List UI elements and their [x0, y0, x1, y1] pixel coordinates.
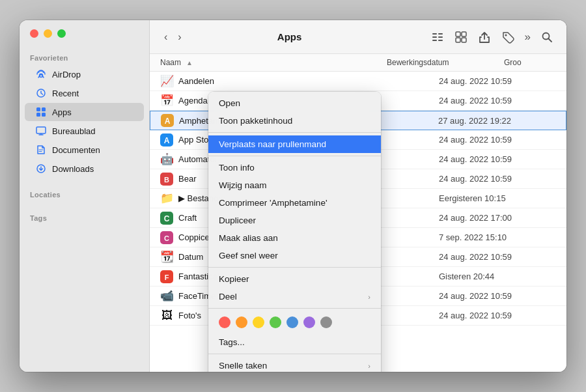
locaties-label: Locaties	[20, 186, 149, 201]
cm-kopieer[interactable]: Kopieer	[208, 270, 381, 288]
svg-rect-5	[42, 113, 46, 117]
cm-snel-weer[interactable]: Geef snel weer	[208, 247, 381, 264]
svg-rect-2	[36, 107, 40, 111]
tags-section: Tags	[20, 209, 149, 225]
minimize-button[interactable]	[44, 29, 52, 38]
craft-icon: C	[160, 212, 173, 225]
svg-rect-17	[462, 38, 466, 42]
cm-snelle-taken[interactable]: Snelle taken ›	[208, 357, 381, 372]
cm-verplaats-prullenmand[interactable]: Verplaats naar prullenmand	[208, 135, 381, 153]
svg-rect-8	[432, 33, 437, 35]
airdrop-icon	[35, 68, 47, 80]
sidebar-item-downloads[interactable]: Downloads	[25, 160, 144, 178]
cm-wijzig-naam[interactable]: Wijzig naam	[208, 176, 381, 194]
svg-text:A: A	[165, 117, 171, 126]
sidebar-item-bureaublad[interactable]: Bureaublad	[25, 122, 144, 140]
aandelen-icon: 📈	[160, 75, 173, 88]
cm-separator-3	[208, 267, 381, 268]
cm-toon-info[interactable]: Toon info	[208, 159, 381, 176]
svg-rect-14	[456, 32, 460, 36]
svg-point-18	[505, 34, 507, 36]
context-menu: Open Toon pakketinhoud Verplaats naar pr…	[208, 92, 381, 372]
svg-rect-13	[438, 40, 443, 41]
tag-red[interactable]	[219, 316, 230, 328]
svg-text:B: B	[164, 176, 169, 184]
toolbar-actions: »	[428, 28, 556, 46]
sidebar-item-airdrop-label: AirDrop	[52, 70, 81, 79]
fotos-icon: 🖼	[160, 309, 173, 322]
appstore-icon: A	[160, 133, 173, 147]
svg-rect-10	[432, 40, 437, 41]
tag-purple[interactable]	[303, 316, 315, 328]
sidebar-item-apps[interactable]: Apps	[25, 103, 144, 121]
tags-label: Tags	[20, 209, 149, 225]
favorites-label: Favorieten	[20, 49, 149, 64]
datum-icon: 📆	[160, 251, 173, 264]
svg-rect-16	[456, 38, 460, 42]
documenten-icon	[35, 144, 47, 156]
snelle-taken-arrow: ›	[368, 362, 370, 370]
share-button[interactable]	[475, 28, 494, 46]
file-name-aandelen: 📈 Aandelen	[160, 75, 439, 88]
toolbar-title: Apps	[157, 31, 423, 42]
search-button[interactable]	[538, 29, 556, 46]
sidebar-item-bureaublad-label: Bureaublad	[52, 126, 96, 136]
fantastical-icon: F	[160, 270, 173, 283]
cm-open[interactable]: Open	[208, 94, 381, 112]
cm-deel[interactable]: Deel ›	[208, 288, 381, 305]
sidebar-item-airdrop[interactable]: AirDrop	[25, 65, 144, 83]
sidebar-item-recent[interactable]: Recent	[25, 84, 144, 102]
sidebar-item-recent-label: Recent	[52, 89, 79, 98]
cm-dupliceer[interactable]: Dupliceer	[208, 212, 381, 229]
bureaublad-icon	[35, 125, 47, 137]
tag-yellow[interactable]	[253, 316, 264, 328]
bear-icon: B	[160, 173, 173, 186]
sidebar-item-downloads-label: Downloads	[52, 164, 94, 174]
grid-view-button[interactable]	[451, 28, 471, 46]
maximize-button[interactable]	[57, 29, 66, 38]
svg-rect-12	[438, 36, 443, 38]
window-controls	[30, 29, 66, 38]
svg-text:C: C	[164, 214, 170, 223]
cm-comprimeer[interactable]: Comprimeer 'Amphetamine'	[208, 194, 381, 212]
svg-rect-6	[36, 127, 46, 133]
tag-green[interactable]	[270, 316, 281, 328]
svg-rect-11	[438, 33, 443, 35]
tags-row	[208, 311, 381, 333]
bestanden-icon: 📁	[160, 192, 173, 205]
coppice-icon: C	[160, 231, 173, 244]
svg-text:C: C	[164, 234, 169, 242]
amphetamine-icon: A	[161, 114, 174, 127]
svg-text:A: A	[164, 136, 170, 145]
finder-window: Favorieten AirDrop Recent	[20, 20, 566, 372]
cm-alias[interactable]: Maak alias aan	[208, 229, 381, 247]
sidebar: Favorieten AirDrop Recent	[20, 20, 150, 372]
sort-arrow: ▲	[186, 59, 193, 66]
file-row-aandelen[interactable]: 📈 Aandelen 24 aug. 2022 10:59	[150, 72, 566, 91]
sidebar-item-documenten[interactable]: Documenten	[25, 141, 144, 159]
tag-button[interactable]	[498, 28, 518, 46]
svg-rect-9	[432, 36, 437, 38]
automator-icon: 🤖	[160, 153, 173, 166]
col-size-header[interactable]: Groo	[504, 58, 556, 67]
tag-blue[interactable]	[286, 316, 298, 328]
cm-separator-2	[208, 156, 381, 156]
downloads-icon	[35, 163, 47, 175]
cm-toon-pakketinhoud[interactable]: Toon pakketinhoud	[208, 112, 381, 130]
view-options-button[interactable]	[428, 28, 447, 46]
close-button[interactable]	[30, 29, 38, 38]
toolbar: ‹ › Apps	[150, 20, 566, 54]
tag-orange[interactable]	[236, 316, 247, 328]
svg-rect-15	[462, 32, 466, 36]
apps-icon	[35, 106, 47, 118]
tag-gray[interactable]	[320, 316, 332, 328]
sidebar-item-apps-label: Apps	[52, 107, 72, 117]
deel-arrow: ›	[368, 293, 370, 301]
more-button[interactable]: »	[522, 28, 534, 46]
svg-rect-3	[42, 107, 46, 111]
col-date-header[interactable]: Bewerkingsdatum	[387, 58, 504, 67]
facetime-icon: 📹	[160, 290, 173, 303]
cm-tags[interactable]: Tags...	[208, 333, 381, 351]
col-name-header[interactable]: Naam ▲	[160, 58, 387, 67]
recent-icon	[35, 87, 47, 99]
